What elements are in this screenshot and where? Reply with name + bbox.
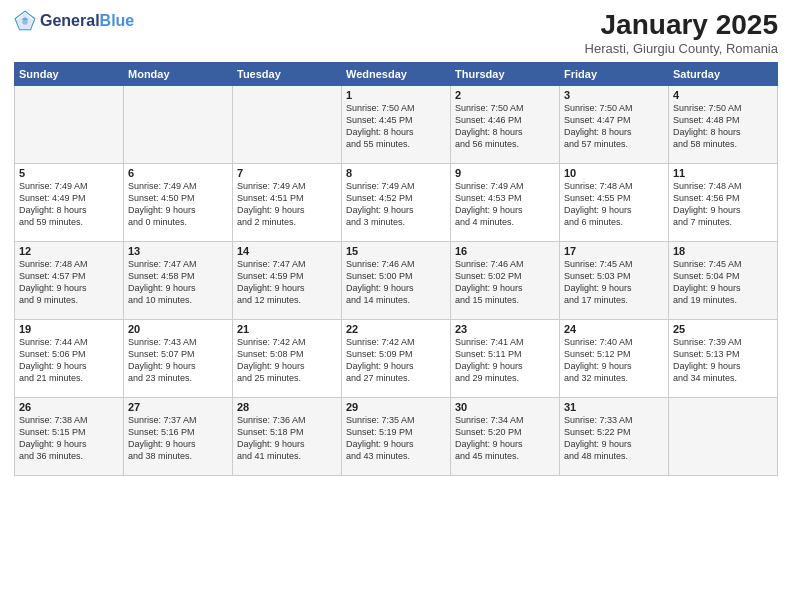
table-row: 15Sunrise: 7:46 AMSunset: 5:00 PMDayligh… <box>342 241 451 319</box>
header-wednesday: Wednesday <box>342 62 451 85</box>
day-number: 12 <box>19 245 119 257</box>
calendar-week-row: 26Sunrise: 7:38 AMSunset: 5:15 PMDayligh… <box>15 397 778 475</box>
day-number: 23 <box>455 323 555 335</box>
calendar-week-row: 19Sunrise: 7:44 AMSunset: 5:06 PMDayligh… <box>15 319 778 397</box>
table-row: 1Sunrise: 7:50 AMSunset: 4:45 PMDaylight… <box>342 85 451 163</box>
calendar-header-row: Sunday Monday Tuesday Wednesday Thursday… <box>15 62 778 85</box>
table-row <box>233 85 342 163</box>
day-number: 3 <box>564 89 664 101</box>
day-info: Sunrise: 7:49 AMSunset: 4:49 PMDaylight:… <box>19 180 119 229</box>
day-number: 6 <box>128 167 228 179</box>
day-number: 19 <box>19 323 119 335</box>
day-number: 5 <box>19 167 119 179</box>
day-number: 24 <box>564 323 664 335</box>
day-number: 9 <box>455 167 555 179</box>
logo-general-text: General <box>40 12 100 30</box>
table-row: 6Sunrise: 7:49 AMSunset: 4:50 PMDaylight… <box>124 163 233 241</box>
day-info: Sunrise: 7:50 AMSunset: 4:47 PMDaylight:… <box>564 102 664 151</box>
header-monday: Monday <box>124 62 233 85</box>
day-info: Sunrise: 7:38 AMSunset: 5:15 PMDaylight:… <box>19 414 119 463</box>
day-number: 27 <box>128 401 228 413</box>
day-info: Sunrise: 7:34 AMSunset: 5:20 PMDaylight:… <box>455 414 555 463</box>
table-row: 3Sunrise: 7:50 AMSunset: 4:47 PMDaylight… <box>560 85 669 163</box>
day-info: Sunrise: 7:40 AMSunset: 5:12 PMDaylight:… <box>564 336 664 385</box>
table-row: 11Sunrise: 7:48 AMSunset: 4:56 PMDayligh… <box>669 163 778 241</box>
month-title: January 2025 <box>585 10 778 41</box>
page-header: General Blue January 2025 Herasti, Giurg… <box>14 10 778 56</box>
day-number: 13 <box>128 245 228 257</box>
day-number: 20 <box>128 323 228 335</box>
table-row: 13Sunrise: 7:47 AMSunset: 4:58 PMDayligh… <box>124 241 233 319</box>
table-row: 7Sunrise: 7:49 AMSunset: 4:51 PMDaylight… <box>233 163 342 241</box>
calendar-week-row: 12Sunrise: 7:48 AMSunset: 4:57 PMDayligh… <box>15 241 778 319</box>
table-row: 10Sunrise: 7:48 AMSunset: 4:55 PMDayligh… <box>560 163 669 241</box>
table-row: 26Sunrise: 7:38 AMSunset: 5:15 PMDayligh… <box>15 397 124 475</box>
day-info: Sunrise: 7:43 AMSunset: 5:07 PMDaylight:… <box>128 336 228 385</box>
day-number: 30 <box>455 401 555 413</box>
day-info: Sunrise: 7:33 AMSunset: 5:22 PMDaylight:… <box>564 414 664 463</box>
day-number: 18 <box>673 245 773 257</box>
day-info: Sunrise: 7:42 AMSunset: 5:09 PMDaylight:… <box>346 336 446 385</box>
day-number: 1 <box>346 89 446 101</box>
day-info: Sunrise: 7:48 AMSunset: 4:55 PMDaylight:… <box>564 180 664 229</box>
logo: General Blue <box>14 10 134 32</box>
day-info: Sunrise: 7:36 AMSunset: 5:18 PMDaylight:… <box>237 414 337 463</box>
table-row: 4Sunrise: 7:50 AMSunset: 4:48 PMDaylight… <box>669 85 778 163</box>
table-row: 22Sunrise: 7:42 AMSunset: 5:09 PMDayligh… <box>342 319 451 397</box>
day-info: Sunrise: 7:45 AMSunset: 5:03 PMDaylight:… <box>564 258 664 307</box>
day-info: Sunrise: 7:45 AMSunset: 5:04 PMDaylight:… <box>673 258 773 307</box>
day-info: Sunrise: 7:46 AMSunset: 5:02 PMDaylight:… <box>455 258 555 307</box>
table-row <box>669 397 778 475</box>
header-tuesday: Tuesday <box>233 62 342 85</box>
day-number: 2 <box>455 89 555 101</box>
table-row: 12Sunrise: 7:48 AMSunset: 4:57 PMDayligh… <box>15 241 124 319</box>
day-info: Sunrise: 7:42 AMSunset: 5:08 PMDaylight:… <box>237 336 337 385</box>
day-number: 8 <box>346 167 446 179</box>
day-info: Sunrise: 7:47 AMSunset: 4:58 PMDaylight:… <box>128 258 228 307</box>
calendar-table: Sunday Monday Tuesday Wednesday Thursday… <box>14 62 778 476</box>
day-number: 31 <box>564 401 664 413</box>
table-row <box>124 85 233 163</box>
table-row: 8Sunrise: 7:49 AMSunset: 4:52 PMDaylight… <box>342 163 451 241</box>
logo-blue-text: Blue <box>100 12 135 30</box>
day-number: 14 <box>237 245 337 257</box>
day-info: Sunrise: 7:46 AMSunset: 5:00 PMDaylight:… <box>346 258 446 307</box>
table-row: 9Sunrise: 7:49 AMSunset: 4:53 PMDaylight… <box>451 163 560 241</box>
day-number: 4 <box>673 89 773 101</box>
table-row: 21Sunrise: 7:42 AMSunset: 5:08 PMDayligh… <box>233 319 342 397</box>
day-info: Sunrise: 7:35 AMSunset: 5:19 PMDaylight:… <box>346 414 446 463</box>
day-number: 26 <box>19 401 119 413</box>
header-saturday: Saturday <box>669 62 778 85</box>
day-info: Sunrise: 7:49 AMSunset: 4:53 PMDaylight:… <box>455 180 555 229</box>
table-row: 23Sunrise: 7:41 AMSunset: 5:11 PMDayligh… <box>451 319 560 397</box>
table-row <box>15 85 124 163</box>
day-number: 10 <box>564 167 664 179</box>
day-info: Sunrise: 7:37 AMSunset: 5:16 PMDaylight:… <box>128 414 228 463</box>
day-number: 28 <box>237 401 337 413</box>
page-container: General Blue January 2025 Herasti, Giurg… <box>0 0 792 484</box>
day-info: Sunrise: 7:49 AMSunset: 4:52 PMDaylight:… <box>346 180 446 229</box>
table-row: 17Sunrise: 7:45 AMSunset: 5:03 PMDayligh… <box>560 241 669 319</box>
day-info: Sunrise: 7:50 AMSunset: 4:48 PMDaylight:… <box>673 102 773 151</box>
day-info: Sunrise: 7:39 AMSunset: 5:13 PMDaylight:… <box>673 336 773 385</box>
table-row: 24Sunrise: 7:40 AMSunset: 5:12 PMDayligh… <box>560 319 669 397</box>
day-number: 29 <box>346 401 446 413</box>
table-row: 20Sunrise: 7:43 AMSunset: 5:07 PMDayligh… <box>124 319 233 397</box>
day-info: Sunrise: 7:50 AMSunset: 4:45 PMDaylight:… <box>346 102 446 151</box>
table-row: 2Sunrise: 7:50 AMSunset: 4:46 PMDaylight… <box>451 85 560 163</box>
day-number: 17 <box>564 245 664 257</box>
svg-point-2 <box>22 19 28 25</box>
header-thursday: Thursday <box>451 62 560 85</box>
logo-icon <box>14 10 36 32</box>
day-info: Sunrise: 7:44 AMSunset: 5:06 PMDaylight:… <box>19 336 119 385</box>
day-number: 15 <box>346 245 446 257</box>
header-friday: Friday <box>560 62 669 85</box>
day-info: Sunrise: 7:48 AMSunset: 4:56 PMDaylight:… <box>673 180 773 229</box>
table-row: 30Sunrise: 7:34 AMSunset: 5:20 PMDayligh… <box>451 397 560 475</box>
day-number: 11 <box>673 167 773 179</box>
day-info: Sunrise: 7:49 AMSunset: 4:50 PMDaylight:… <box>128 180 228 229</box>
day-info: Sunrise: 7:41 AMSunset: 5:11 PMDaylight:… <box>455 336 555 385</box>
table-row: 31Sunrise: 7:33 AMSunset: 5:22 PMDayligh… <box>560 397 669 475</box>
table-row: 16Sunrise: 7:46 AMSunset: 5:02 PMDayligh… <box>451 241 560 319</box>
table-row: 29Sunrise: 7:35 AMSunset: 5:19 PMDayligh… <box>342 397 451 475</box>
